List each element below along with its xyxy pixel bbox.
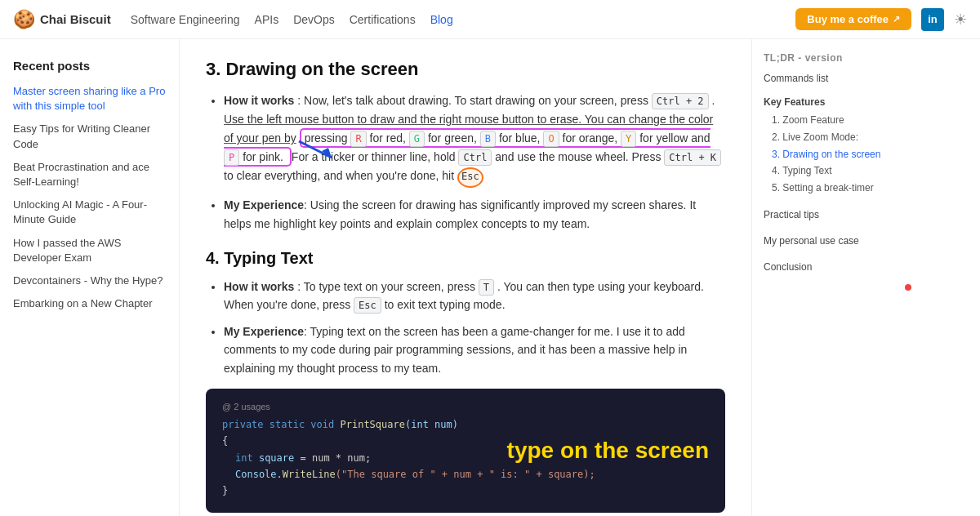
list-item: Embarking on a New Chapter	[13, 296, 166, 311]
t-key: T	[479, 279, 494, 296]
logo-text: Chai Biscuit	[40, 12, 111, 26]
navbar-right: Buy me a coffee ↗ in ☀	[795, 8, 967, 31]
section3-list: How it works : Now, let's talk about dra…	[206, 91, 725, 233]
my-exp2-label: My Experience	[224, 325, 304, 338]
bullet-how-it-works-2: How it works : To type text on your scre…	[224, 278, 725, 314]
ctrl-key: Ctrl	[458, 149, 492, 166]
post-link-easy-tips[interactable]: Easy Tips for Writing Cleaner Code	[13, 122, 150, 149]
bullet-my-experience-2: My Experience: Typing text on the screen…	[224, 322, 725, 377]
logo[interactable]: 🍪 Chai Biscuit	[13, 9, 111, 30]
para2-pre: : To type text on your screen, press	[297, 280, 475, 293]
post-link-ai-magic[interactable]: Unlocking AI Magic - A Four-Minute Guide	[13, 198, 147, 225]
nav-certifications[interactable]: Certifications	[350, 13, 416, 26]
my-exp-label: My Experience	[224, 198, 304, 211]
esc2-key: Esc	[354, 297, 381, 314]
layout: Recent posts Master screen sharing like …	[0, 39, 980, 516]
list-item: How I passed the AWS Developer Exam	[13, 236, 166, 265]
toc-conclusion-section: Conclusion	[764, 259, 903, 275]
linkedin-icon[interactable]: in	[921, 8, 944, 31]
list-item: Master screen sharing like a Pro with th…	[13, 84, 166, 113]
post-link-procrastination[interactable]: Beat Procrastination and ace Self-Learni…	[13, 161, 149, 188]
scroll-position-indicator	[905, 284, 911, 291]
post-link-devcontainers[interactable]: Devcontainers - Why the Hype?	[13, 274, 163, 287]
toc-commands-list[interactable]: Commands list	[764, 70, 903, 87]
key-p: P	[224, 149, 239, 166]
code-block: @ 2 usages private static void PrintSqua…	[206, 389, 725, 513]
recent-posts-list: Master screen sharing like a Pro with th…	[13, 84, 166, 311]
nav-devops[interactable]: DevOps	[293, 13, 335, 26]
buy-coffee-button[interactable]: Buy me a coffee ↗	[795, 8, 911, 30]
logo-icon: 🍪	[13, 9, 35, 30]
bullet-my-experience: My Experience: Using the screen for draw…	[224, 196, 725, 233]
toc-personal-use[interactable]: My personal use case	[764, 233, 903, 249]
toc-practical-tips[interactable]: Practical tips	[764, 207, 903, 223]
bullet-how-it-works: How it works : Now, let's talk about dra…	[224, 91, 725, 188]
esc-circle-key: Esc	[457, 167, 483, 188]
how-it-works2-label: How it works	[224, 280, 294, 293]
key-o: O	[543, 131, 559, 147]
toc-item-timer[interactable]: 5. Setting a break-timer	[764, 180, 903, 197]
external-link-icon: ↗	[893, 14, 900, 24]
code-line-writeline: Console.WriteLine("The square of " + num…	[222, 466, 709, 483]
key-b: B	[480, 131, 496, 147]
key-g: G	[409, 131, 425, 147]
toc-key-features-section: Key Features 1. Zoom Feature 2. Live Zoo…	[764, 96, 903, 197]
nav-software-engineering[interactable]: Software Engineering	[131, 13, 240, 26]
section4-heading: 4. Typing Text	[206, 249, 725, 268]
ctrl-k-key: Ctrl + K	[664, 149, 721, 166]
list-item: Devcontainers - Why the Hype?	[13, 274, 166, 288]
code-method-sig: private static void PrintSquare(int num)	[222, 416, 709, 433]
code-overlay-text: type on the screen	[507, 438, 709, 464]
section4-list: How it works : To type text on your scre…	[206, 278, 725, 377]
para1-pre: : Now, let's talk about drawing. To star…	[297, 94, 652, 107]
theme-toggle-icon[interactable]: ☀	[954, 11, 967, 29]
toc-item-drawing[interactable]: 3. Drawing on the screen	[764, 146, 903, 163]
nav-apis[interactable]: APIs	[255, 13, 279, 26]
toc-practical-section: Practical tips	[764, 207, 903, 223]
toc-version-label: TL;DR - version	[764, 52, 903, 64]
code-usages: @ 2 usages	[222, 402, 709, 411]
nav-blog[interactable]: Blog	[430, 13, 453, 26]
code-brace-close: }	[222, 483, 709, 499]
post-link-master-screen[interactable]: Master screen sharing like a Pro with th…	[13, 85, 165, 112]
nav-links: Software Engineering APIs DevOps Certifi…	[131, 13, 796, 26]
toc-personal-section: My personal use case	[764, 233, 903, 249]
list-item: Beat Procrastination and ace Self-Learni…	[13, 160, 166, 189]
key-y: Y	[621, 131, 636, 147]
list-item: Unlocking AI Magic - A Four-Minute Guide	[13, 198, 166, 227]
main-content: 3. Drawing on the screen How it works : …	[180, 39, 751, 516]
para2-end: to exit text typing mode.	[385, 298, 506, 311]
navbar: 🍪 Chai Biscuit Software Engineering APIs…	[0, 0, 980, 39]
ctrl2-key: Ctrl + 2	[652, 93, 709, 109]
coffee-label: Buy me a coffee	[807, 13, 889, 25]
toc-item-zoom[interactable]: 1. Zoom Feature	[764, 112, 903, 129]
sidebar-left: Recent posts Master screen sharing like …	[0, 39, 180, 516]
toc-commands-section: Commands list	[764, 70, 903, 87]
post-link-aws[interactable]: How I passed the AWS Developer Exam	[13, 237, 121, 264]
section3-heading: 3. Drawing on the screen	[206, 59, 725, 80]
key-r: R	[350, 131, 366, 147]
post-link-embarking[interactable]: Embarking on a New Chapter	[13, 297, 153, 309]
toc-key-features-label: Key Features	[764, 96, 903, 108]
toc-item-live-zoom[interactable]: 2. Live Zoom Mode:	[764, 129, 903, 146]
sidebar-right-toc: TL;DR - version Commands list Key Featur…	[751, 39, 915, 516]
toc-item-typing[interactable]: 4. Typing Text	[764, 162, 903, 180]
recent-posts-title: Recent posts	[13, 59, 166, 73]
how-it-works-label: How it works	[224, 94, 294, 107]
toc-conclusion[interactable]: Conclusion	[764, 259, 903, 275]
list-item: Easy Tips for Writing Cleaner Code	[13, 122, 166, 151]
